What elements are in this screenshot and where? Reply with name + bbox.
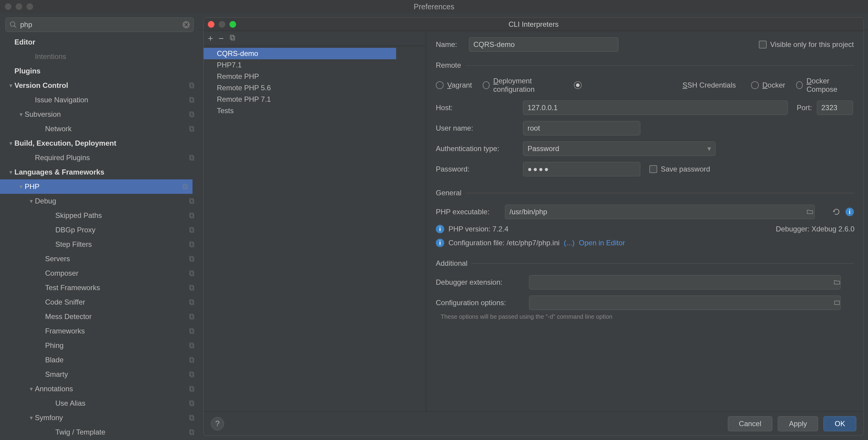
close-icon[interactable] <box>208 21 214 28</box>
debugger-ext-input[interactable] <box>529 275 841 290</box>
search-input[interactable] <box>17 21 183 29</box>
svg-rect-21 <box>190 243 194 247</box>
tree-item[interactable]: Required Plugins <box>0 150 199 165</box>
zoom-icon[interactable] <box>27 3 33 10</box>
tree-item[interactable]: Plugins <box>0 64 199 78</box>
tree-item[interactable]: Code Sniffer <box>0 295 199 310</box>
visible-only-checkbox[interactable]: Visible only for this project <box>759 40 854 49</box>
tree-item[interactable]: Use Alias <box>0 396 199 411</box>
general-fieldset: General PHP executable: i <box>436 189 855 253</box>
expand-icon[interactable] <box>832 298 842 307</box>
close-icon[interactable] <box>5 3 11 10</box>
add-icon[interactable]: + <box>208 33 213 43</box>
password-input[interactable] <box>523 162 640 176</box>
svg-rect-36 <box>190 357 193 361</box>
interpreter-list-item[interactable]: Remote PHP 7.1 <box>204 94 426 105</box>
tree-item[interactable]: Frameworks <box>0 324 199 338</box>
tree-item[interactable]: Step Filters <box>0 237 199 252</box>
tree-item[interactable]: Blade <box>0 353 199 367</box>
port-input[interactable] <box>817 100 853 115</box>
svg-rect-43 <box>190 402 194 406</box>
tree-item-label: Twig / Template <box>55 428 188 436</box>
tree-item[interactable]: ▾Version Control <box>0 78 199 93</box>
interpreter-list-item[interactable]: Remote PHP <box>204 71 426 82</box>
minimize-icon[interactable] <box>16 3 22 10</box>
host-label: Host: <box>436 104 523 112</box>
tree-item[interactable]: Editor <box>0 35 199 49</box>
tree-item[interactable]: ▾Debug <box>0 194 199 208</box>
tree-item[interactable]: ▾PHP <box>0 179 192 194</box>
config-file-text: Configuration file: /etc/php7/php.ini <box>448 239 560 247</box>
interpreter-list-item[interactable]: Remote PHP 5.6 <box>204 82 426 94</box>
tree-item[interactable]: Skipped Paths <box>0 208 199 223</box>
interpreter-list-item[interactable]: Tests <box>204 105 426 116</box>
username-input[interactable] <box>523 121 640 136</box>
svg-rect-40 <box>190 386 193 390</box>
debugger-ext-label: Debugger extension: <box>436 278 529 287</box>
remote-type-radio[interactable]: Vagrant <box>436 77 472 94</box>
remote-type-radio[interactable]: Deployment configuration <box>483 77 563 94</box>
remove-icon[interactable]: − <box>219 33 224 43</box>
tree-item[interactable]: Intentions <box>0 49 199 64</box>
auth-type-select[interactable]: Password ▾ <box>523 142 715 156</box>
svg-rect-26 <box>190 285 193 289</box>
tree-item[interactable]: Issue Navigation <box>0 93 199 107</box>
interpreter-list-item[interactable]: CQRS-demo <box>204 48 396 59</box>
host-input[interactable] <box>523 100 788 115</box>
help-button[interactable]: ? <box>211 417 224 430</box>
svg-rect-46 <box>190 430 193 434</box>
svg-rect-18 <box>190 228 193 231</box>
tree-item-label: Skipped Paths <box>55 211 188 220</box>
tree-item[interactable]: Composer <box>0 266 199 281</box>
svg-rect-24 <box>190 271 193 275</box>
executable-input[interactable] <box>505 205 815 219</box>
interpreter-list-item[interactable]: PHP7.1 <box>204 59 426 71</box>
additional-fieldset: Additional Debugger extension: Configura… <box>436 259 854 320</box>
tree-item[interactable]: Test Frameworks <box>0 281 199 295</box>
open-in-editor-link[interactable]: Open in Editor <box>579 239 625 247</box>
tree-item[interactable]: Smarty <box>0 367 199 382</box>
radio-icon <box>796 81 803 89</box>
info-icon[interactable]: i <box>845 207 855 217</box>
tree-item[interactable]: Twig / Template <box>0 425 199 439</box>
tree-item[interactable]: ▾Languages & Frameworks <box>0 165 199 179</box>
tree-item[interactable]: DBGp Proxy <box>0 223 199 237</box>
clear-search-icon[interactable]: ✕ <box>183 21 190 28</box>
tree-item[interactable]: Servers <box>0 252 199 266</box>
svg-rect-14 <box>190 199 193 203</box>
interpreter-list[interactable]: CQRS-demoPHP7.1Remote PHPRemote PHP 5.6R… <box>204 46 426 411</box>
config-ellipsis-link[interactable]: (...) <box>564 239 575 247</box>
checkbox-icon <box>649 165 657 173</box>
remote-type-radios: VagrantDeployment configurationSSH Crede… <box>436 77 854 94</box>
refresh-icon[interactable] <box>832 207 841 217</box>
dialog-footer: ? Cancel Apply OK <box>204 411 864 436</box>
zoom-icon[interactable] <box>229 21 236 28</box>
save-password-checkbox[interactable]: Save password <box>649 165 710 173</box>
search-field[interactable]: ✕ <box>5 18 194 32</box>
tree-item[interactable]: Network <box>0 122 199 136</box>
tree-item[interactable]: Mess Detector <box>0 310 199 324</box>
svg-rect-15 <box>190 200 194 203</box>
name-input[interactable] <box>469 37 618 52</box>
folder-icon[interactable] <box>805 207 815 217</box>
remote-type-radio[interactable]: Docker Compose <box>796 77 854 94</box>
tree-item[interactable]: ▾Build, Execution, Deployment <box>0 136 199 150</box>
copy-icon[interactable] <box>229 34 236 43</box>
tree-item[interactable]: ▾Subversion <box>0 107 199 122</box>
ok-button[interactable]: OK <box>824 416 856 431</box>
svg-rect-33 <box>190 329 194 333</box>
apply-button[interactable]: Apply <box>778 416 818 431</box>
cancel-button[interactable]: Cancel <box>728 416 773 431</box>
settings-tree[interactable]: EditorIntentionsPlugins▾Version ControlI… <box>0 35 199 440</box>
folder-icon[interactable] <box>832 277 842 287</box>
tree-item[interactable]: ▾Symfony <box>0 411 199 425</box>
remote-type-radio[interactable]: SSH Credentials <box>574 77 740 94</box>
config-opts-input[interactable] <box>529 296 841 310</box>
tree-item[interactable]: ▾Annotations <box>0 382 199 396</box>
remote-type-radio[interactable]: Docker <box>751 77 785 94</box>
info-icon: i <box>436 225 444 233</box>
tree-item-label: Symfony <box>35 413 188 422</box>
svg-rect-9 <box>190 127 194 131</box>
tree-item-label: Use Alias <box>55 399 188 408</box>
tree-item[interactable]: Phing <box>0 338 199 353</box>
